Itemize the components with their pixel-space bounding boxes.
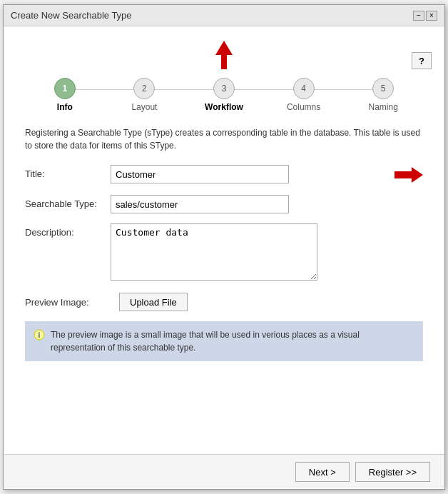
title-input[interactable] (111, 165, 289, 183)
step-5[interactable]: 5 Naming (343, 78, 423, 112)
description-text: Registering a Searchable Type (sType) cr… (25, 126, 423, 152)
step-3[interactable]: 3 Workflow (184, 78, 264, 112)
info-box: i The preview image is a small image tha… (25, 321, 423, 361)
preview-label: Preview Image: (25, 297, 111, 308)
searchable-type-input-container (111, 195, 423, 213)
title-row: Title: (25, 165, 423, 185)
next-button[interactable]: Next > (295, 462, 350, 482)
searchable-type-input[interactable] (111, 195, 289, 213)
step-2[interactable]: 2 Layout (105, 78, 185, 112)
searchable-type-row: Searchable Type: (25, 195, 423, 213)
step-4[interactable]: 4 Columns (264, 78, 344, 112)
step-1-label: Info (57, 102, 73, 112)
step-1-circle: 1 (54, 78, 76, 99)
title-input-container (111, 165, 389, 183)
dialog: Create New Searchable Type − × ? 1 Info (3, 4, 445, 490)
info-text: The preview image is a small image that … (51, 328, 414, 354)
footer: Next > Register >> (4, 454, 444, 489)
title-label: Title: (25, 165, 111, 179)
description-row: Description: Customer data (25, 223, 423, 283)
steps-area: 1 Info 2 Layout 3 Workflow 4 Columns 5 (4, 26, 444, 119)
info-icon: i (34, 329, 45, 341)
steps-header (25, 41, 423, 78)
dialog-body: ? 1 Info 2 Layout (4, 26, 444, 489)
steps-row: 1 Info 2 Layout 3 Workflow 4 Columns 5 (25, 78, 423, 112)
step-2-circle: 2 (133, 78, 155, 99)
right-arrow-icon (394, 167, 423, 185)
step-3-label: Workflow (205, 102, 243, 112)
step-5-label: Naming (369, 102, 398, 112)
svg-marker-0 (215, 41, 233, 69)
step-4-circle: 4 (293, 78, 315, 99)
preview-row: Preview Image: Upload File (25, 293, 423, 311)
step-2-label: Layout (131, 102, 157, 112)
register-button[interactable]: Register >> (355, 462, 430, 482)
step-1[interactable]: 1 Info (25, 78, 105, 112)
svg-marker-1 (394, 167, 423, 183)
title-bar-buttons: − × (413, 11, 437, 21)
step-5-circle: 5 (372, 78, 394, 99)
description-textarea[interactable]: Customer data (111, 223, 317, 281)
description-input-container: Customer data (111, 223, 423, 283)
minimize-button[interactable]: − (413, 11, 424, 21)
dialog-title: Create New Searchable Type (11, 10, 132, 21)
down-arrow-icon (211, 41, 237, 69)
description-label: Description: (25, 223, 111, 238)
upload-file-button[interactable]: Upload File (119, 293, 188, 311)
step-3-circle: 3 (213, 78, 235, 99)
title-bar: Create New Searchable Type − × (4, 5, 444, 26)
preview-section: Preview Image: Upload File (25, 293, 423, 311)
content-area: Registering a Searchable Type (sType) cr… (4, 119, 444, 454)
svg-text:i: i (39, 331, 41, 339)
searchable-type-label: Searchable Type: (25, 195, 111, 209)
close-button[interactable]: × (426, 11, 437, 21)
step-4-label: Columns (287, 102, 320, 112)
